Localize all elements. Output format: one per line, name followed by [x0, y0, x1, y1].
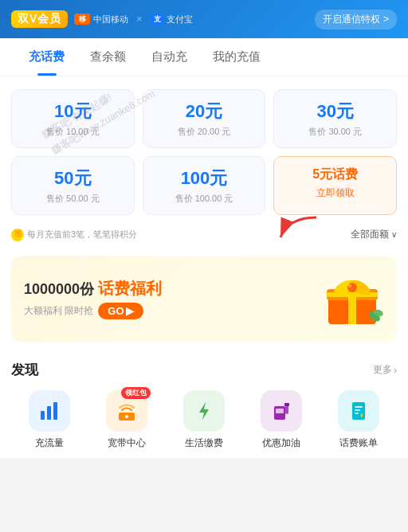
all-amounts-button[interactable]: 全部面额 ∨	[351, 228, 397, 241]
tab-auto[interactable]: 自动充	[139, 38, 200, 76]
header-left: 双V会员 移 中国移动 × 支 支付宝	[11, 10, 193, 28]
header-divider: ×	[136, 14, 142, 25]
discovery-item-broadband[interactable]: 领红包 宽带中心	[106, 390, 147, 450]
promo-sub: 大额福利 限时抢 GO ▶	[24, 303, 162, 319]
svg-rect-20	[284, 403, 289, 406]
discovery-item-traffic[interactable]: 充流量	[29, 390, 70, 450]
special-amount-subtitle: 立即领取	[274, 186, 396, 200]
promo-go-button[interactable]: GO ▶	[98, 303, 143, 319]
amount-value: 10元	[12, 100, 134, 123]
svg-rect-23	[355, 409, 360, 411]
main-content: 充话费 查余额 自动充 我的充值 10元 售价 10.00 元 20元 售价 2…	[0, 38, 408, 458]
discovery-item-utility[interactable]: 生活缴费	[183, 390, 225, 450]
tab-balance[interactable]: 查余额	[77, 38, 139, 76]
app-header: 双V会员 移 中国移动 × 支 支付宝 开启通信特权 >	[0, 0, 408, 38]
promo-left: 1000000份 话费福利 大额福利 限时抢 GO ▶	[24, 278, 162, 319]
bar-chart-icon	[38, 400, 61, 422]
utility-icon-wrap	[183, 390, 225, 432]
amount-card-50[interactable]: 50元 售价 50.00 元	[11, 156, 135, 215]
promo-headline: 1000000份 话费福利	[24, 278, 162, 299]
promo-banner[interactable]: 1000000份 话费福利 大额福利 限时抢 GO ▶	[11, 256, 397, 342]
fuel-label: 优惠加油	[262, 436, 300, 450]
amount-value: 20元	[143, 100, 265, 123]
tab-bar: 充话费 查余额 自动充 我的充值	[0, 38, 408, 76]
amount-price: 售价 30.00 元	[274, 126, 396, 138]
discovery-more-button[interactable]: 更多 ›	[373, 363, 397, 377]
svg-point-7	[347, 283, 357, 292]
amount-price: 售价 10.00 元	[12, 126, 134, 138]
amount-value: 30元	[274, 100, 396, 123]
gift-box	[320, 267, 384, 331]
telecom-icon: 移	[74, 14, 90, 25]
amount-price: 售价 100.00 元	[143, 193, 265, 205]
svg-point-8	[348, 284, 351, 288]
amount-price: 售价 50.00 元	[12, 193, 134, 205]
amount-value: 50元	[12, 166, 134, 190]
svg-marker-16	[199, 402, 209, 420]
svg-rect-24	[355, 413, 359, 414]
traffic-icon-wrap	[29, 390, 70, 432]
telecom-brand: 移 中国移动	[74, 14, 128, 25]
discovery-header: 发现 更多 ›	[11, 361, 397, 379]
utility-label: 生活缴费	[185, 436, 223, 450]
amount-card-30[interactable]: 30元 售价 30.00 元	[273, 89, 397, 148]
amount-card-10[interactable]: 10元 售价 10.00 元	[11, 89, 135, 148]
fuel-icon-wrap	[261, 390, 302, 432]
discovery-item-bill[interactable]: ¥ 话费账单	[338, 390, 379, 450]
promo-title: 话费福利	[98, 280, 162, 297]
svg-rect-12	[47, 406, 51, 420]
amount-card-20[interactable]: 20元 售价 20.00 元	[143, 89, 266, 148]
svg-rect-4	[327, 292, 378, 297]
tab-recharge[interactable]: 充话费	[16, 38, 77, 76]
svg-rect-22	[355, 406, 363, 408]
amount-card-100[interactable]: 100元 售价 100.00 元	[143, 156, 266, 215]
tab-history[interactable]: 我的充值	[200, 38, 273, 76]
broadband-label: 宽带中心	[108, 436, 146, 450]
app-logo: 双V会员	[11, 10, 68, 28]
special-amount-value: 5元话费	[274, 166, 396, 183]
bottom-note: 币 每月充值前3笔，笔笔得积分 全部面额 ∨	[0, 223, 408, 248]
note-left: 币 每月充值前3笔，笔笔得积分	[11, 229, 137, 241]
svg-point-15	[125, 415, 128, 418]
fuel-icon	[270, 400, 292, 422]
discovery-title: 发现	[11, 361, 38, 379]
amount-price: 售价 20.00 元	[143, 126, 265, 138]
svg-rect-18	[276, 409, 284, 413]
broadband-icon-wrap: 领红包	[106, 390, 147, 432]
svg-rect-11	[41, 411, 45, 420]
amount-card-free5[interactable]: 5元话费 立即领取	[273, 156, 397, 215]
lightning-icon	[193, 400, 215, 422]
bill-label: 话费账单	[339, 436, 378, 450]
coin-icon: 币	[11, 229, 24, 241]
discovery-icons: 充流量 领红包 宽带中心	[11, 390, 397, 450]
alipay-brand: 支 支付宝	[150, 14, 193, 25]
alipay-icon: 支	[150, 14, 164, 25]
receipt-icon: ¥	[347, 400, 370, 422]
amount-grid: 10元 售价 10.00 元 20元 售价 20.00 元 30元 售价 30.…	[0, 76, 408, 223]
red-packet-badge: 领红包	[121, 387, 151, 399]
discovery-item-fuel[interactable]: 优惠加油	[261, 390, 302, 450]
amount-value: 100元	[143, 166, 265, 190]
bill-icon-wrap: ¥	[338, 390, 379, 432]
wifi-box-icon	[116, 400, 138, 422]
svg-rect-13	[53, 402, 57, 420]
discovery-section: 发现 更多 › 充流量	[0, 350, 408, 458]
traffic-label: 充流量	[35, 436, 64, 450]
header-cta-button[interactable]: 开启通信特权 >	[315, 10, 397, 29]
svg-text:¥: ¥	[360, 413, 363, 418]
